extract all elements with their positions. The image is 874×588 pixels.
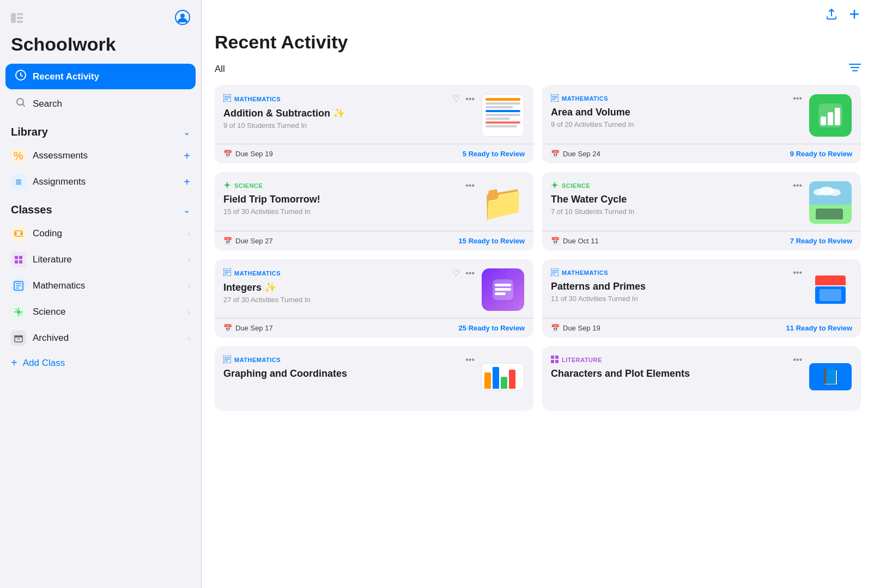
library-chevron-icon[interactable]: ⌄ <box>183 127 190 137</box>
coding-label: Coding <box>33 228 62 239</box>
card-integers[interactable]: MATHEMATICS ♡ ••• Integers ✨ 27 of 30 Ac… <box>215 259 533 338</box>
literature-chevron-icon: › <box>187 255 190 264</box>
archived-dot <box>11 330 26 346</box>
card-water-cycle[interactable]: SCIENCE ••• The Water Cycle 7 of 10 Stud… <box>542 172 861 250</box>
search-icon <box>14 97 27 111</box>
clock-icon <box>14 69 27 84</box>
sidebar-item-coding[interactable]: Coding › <box>0 220 201 247</box>
more-icon-4[interactable]: ••• <box>793 181 802 191</box>
card-due-2: 📅 Due Sep 24 <box>551 150 600 158</box>
literature-dot <box>11 252 26 267</box>
card-due-3: 📅 Due Sep 27 <box>223 237 273 245</box>
science-chevron-icon: › <box>187 308 190 316</box>
card-title-5: Integers ✨ <box>223 281 475 293</box>
card-due-5: 📅 Due Sep 17 <box>223 324 273 332</box>
sidebar-toggle-button[interactable] <box>11 12 23 26</box>
sidebar-item-mathematics[interactable]: Mathematics › <box>0 273 201 299</box>
coding-chevron-icon: › <box>187 229 190 238</box>
svg-rect-3 <box>17 21 23 23</box>
mathematics-chevron-icon: › <box>187 281 190 290</box>
sidebar-item-assignments[interactable]: ≡ Assignments + <box>0 169 201 195</box>
card-review-2[interactable]: 9 Ready to Review <box>790 150 852 158</box>
subject-label-3: SCIENCE <box>234 182 263 189</box>
card-title-1: Addition & Subtraction ✨ <box>223 107 475 119</box>
card-thumb-4 <box>809 181 852 224</box>
subject-label-2: MATHEMATICS <box>562 95 608 102</box>
card-patterns-primes[interactable]: MATHEMATICS ••• Patterns and Primes 11 o… <box>542 259 861 338</box>
sidebar-item-assessments[interactable]: % Assessments + <box>0 143 201 169</box>
profile-button[interactable] <box>175 10 190 28</box>
card-footer-4: 📅 Due Oct 11 7 Ready to Review <box>542 231 861 250</box>
calendar-icon-6: 📅 <box>551 324 560 332</box>
card-thumb-1 <box>481 94 525 137</box>
card-title-7: Graphing and Coordinates <box>223 368 475 379</box>
more-icon-3[interactable]: ••• <box>465 181 475 191</box>
card-review-4[interactable]: 7 Ready to Review <box>790 237 852 245</box>
card-graphing[interactable]: MATHEMATICS ••• Graphing and Coordinates <box>215 346 533 411</box>
svg-rect-10 <box>19 256 22 259</box>
card-characters-plot[interactable]: LITERATURE ••• Characters and Plot Eleme… <box>542 346 861 411</box>
svg-rect-59 <box>495 292 506 295</box>
sidebar-item-recent-activity[interactable]: Recent Activity <box>5 64 196 89</box>
recent-activity-label: Recent Activity <box>33 71 99 82</box>
svg-rect-2 <box>17 17 23 19</box>
card-review-1[interactable]: 5 Ready to Review <box>463 150 525 158</box>
card-field-trip[interactable]: SCIENCE ••• Field Trip Tomorrow! 15 of 3… <box>215 172 533 250</box>
card-subtitle-5: 27 of 30 Activities Turned In <box>223 296 475 304</box>
export-button[interactable] <box>825 8 838 24</box>
calendar-icon-2: 📅 <box>551 150 560 158</box>
card-review-5[interactable]: 25 Ready to Review <box>459 324 525 332</box>
science-icon-2 <box>551 181 559 191</box>
card-review-6[interactable]: 11 Ready to Review <box>786 324 852 332</box>
filter-button[interactable] <box>849 63 861 75</box>
heart-icon-5[interactable]: ♡ <box>452 268 460 278</box>
svg-rect-69 <box>555 356 559 359</box>
add-button[interactable] <box>848 8 861 24</box>
add-class-label: Add Class <box>23 358 65 369</box>
card-subtitle-2: 9 of 20 Activities Turned In <box>551 120 802 128</box>
lit-icon-8 <box>551 356 559 365</box>
svg-line-22 <box>16 309 17 311</box>
card-review-3[interactable]: 15 Ready to Review <box>459 237 525 245</box>
library-section-header: Library ⌄ <box>0 117 201 143</box>
mathematics-dot <box>11 278 26 293</box>
card-footer-1: 📅 Due Sep 19 5 Ready to Review <box>215 144 533 163</box>
math-icon-2 <box>551 94 559 103</box>
sidebar-item-science[interactable]: Science › <box>0 299 201 325</box>
math-icon-1 <box>223 94 231 103</box>
svg-point-47 <box>553 183 556 187</box>
svg-rect-58 <box>495 288 511 291</box>
card-addition-subtraction[interactable]: MATHEMATICS ♡ ••• Addition & Subtraction… <box>215 85 533 163</box>
add-assessment-icon[interactable]: + <box>184 150 190 162</box>
main-scroll-area: Recent Activity All <box>202 32 874 588</box>
subject-label-7: MATHEMATICS <box>234 357 281 363</box>
sidebar-top <box>0 0 201 34</box>
more-icon-5[interactable]: ••• <box>465 268 475 278</box>
sidebar-item-archived[interactable]: Archived › <box>0 325 201 351</box>
classes-chevron-icon[interactable]: ⌄ <box>183 205 190 215</box>
filter-label: All <box>215 64 225 75</box>
more-icon-2[interactable]: ••• <box>793 94 802 103</box>
filter-row: All <box>215 63 861 75</box>
svg-rect-68 <box>551 356 554 359</box>
card-area-volume[interactable]: MATHEMATICS ••• Area and Volume 9 of 20 … <box>542 85 861 163</box>
more-icon-7[interactable]: ••• <box>465 355 475 365</box>
more-icon-8[interactable]: ••• <box>793 355 802 365</box>
calendar-icon-4: 📅 <box>551 237 560 245</box>
more-icon-1[interactable]: ••• <box>465 94 475 104</box>
assessments-icon: % <box>11 148 26 163</box>
sidebar-item-search[interactable]: Search <box>5 91 196 116</box>
subject-label-8: LITERATURE <box>562 357 602 363</box>
card-subtitle-4: 7 of 10 Students Turned In <box>551 207 802 216</box>
classes-title: Classes <box>11 204 52 216</box>
add-class-button[interactable]: + Add Class <box>0 351 201 375</box>
add-assignment-icon[interactable]: + <box>184 176 190 188</box>
math-icon-7 <box>223 356 231 365</box>
card-title-6: Patterns and Primes <box>551 281 802 292</box>
more-icon-6[interactable]: ••• <box>793 268 802 278</box>
card-subtitle-6: 11 of 30 Activities Turned In <box>551 295 802 303</box>
sidebar-item-literature[interactable]: Literature › <box>0 247 201 273</box>
heart-icon-1[interactable]: ♡ <box>452 94 460 104</box>
library-title: Library <box>11 126 48 138</box>
card-title-8: Characters and Plot Elements <box>551 368 802 379</box>
